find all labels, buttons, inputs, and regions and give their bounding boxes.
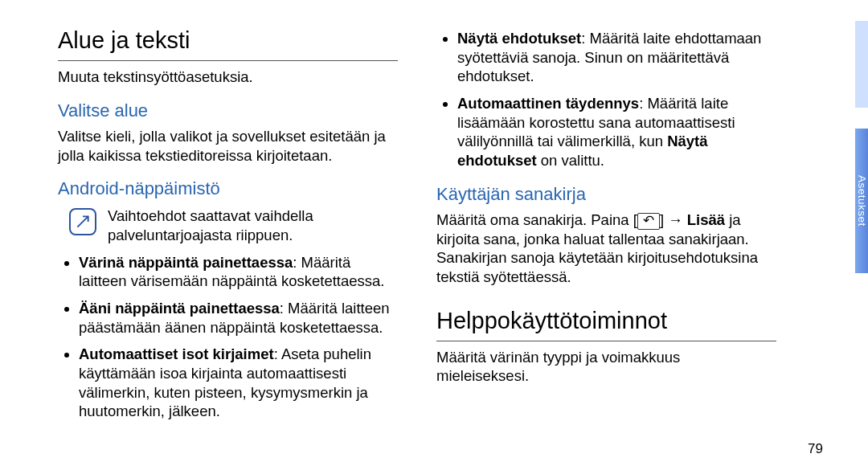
body-valitse-alue: Valitse kieli, jolla valikot ja sovelluk… bbox=[58, 127, 398, 165]
android-keyboard-list: Värinä näppäintä painettaessa: Määritä l… bbox=[58, 253, 398, 421]
intro-text: Muuta tekstinsyöttöasetuksia. bbox=[58, 67, 398, 87]
list-item: Automaattiset isot kirjaimet: Aseta puhe… bbox=[79, 345, 398, 421]
list-item: Näytä ehdotukset: Määritä laite ehdottam… bbox=[457, 29, 776, 86]
list-item: Automaattinen täydennys: Määritä laite l… bbox=[457, 94, 776, 170]
body-kayttajan-sanakirja: Määritä oma sanakirja. Paina [↶] → Lisää… bbox=[436, 210, 776, 287]
label-lisaa: Lisää bbox=[687, 211, 725, 228]
rule bbox=[58, 60, 398, 61]
text: ] → bbox=[660, 211, 687, 228]
body-helppokayttotoiminnot: Määritä värinän tyyppi ja voimakkuus mie… bbox=[436, 348, 776, 386]
list-item: Ääni näppäintä painettaessa: Määritä lai… bbox=[79, 299, 398, 337]
side-index-label: Asetukset bbox=[854, 175, 868, 227]
note-text: Vaihtoehdot saattavat vaihdella palvelun… bbox=[108, 206, 398, 244]
page-title-2: Helppokäyttötoiminnot bbox=[436, 306, 776, 336]
page-title-1: Alue ja teksti bbox=[58, 26, 398, 55]
text: Määritä oma sanakirja. Paina [ bbox=[436, 211, 637, 228]
heading-kayttajan-sanakirja: Käyttäjän sanakirja bbox=[436, 183, 776, 206]
heading-android-nappaimisto: Android-näppäimistö bbox=[58, 178, 398, 200]
android-keyboard-list-cont: Näytä ehdotukset: Määritä laite ehdottam… bbox=[436, 29, 776, 170]
item-label: Automaattiset isot kirjaimet bbox=[79, 345, 274, 362]
left-column: Alue ja teksti Muuta tekstinsyöttöasetuk… bbox=[58, 26, 398, 431]
heading-valitse-alue: Valitse alue bbox=[58, 100, 398, 122]
note-box: Vaihtoehdot saattavat vaihdella palvelun… bbox=[58, 206, 398, 244]
side-index-tab: Asetukset bbox=[855, 129, 868, 273]
item-label: Ääni näppäintä painettaessa bbox=[79, 300, 280, 317]
back-key-icon: ↶ bbox=[637, 213, 660, 230]
right-column: Näytä ehdotukset: Määritä laite ehdottam… bbox=[436, 26, 776, 431]
item-text: on valittu. bbox=[537, 152, 604, 169]
list-item: Värinä näppäintä painettaessa: Määritä l… bbox=[79, 253, 398, 291]
side-index-light bbox=[855, 21, 868, 108]
page-number: 79 bbox=[808, 440, 823, 458]
note-icon bbox=[69, 208, 96, 235]
item-label: Värinä näppäintä painettaessa bbox=[79, 254, 293, 271]
item-label: Automaattinen täydennys bbox=[457, 95, 639, 112]
item-label: Näytä ehdotukset bbox=[457, 30, 581, 47]
rule bbox=[436, 341, 776, 341]
